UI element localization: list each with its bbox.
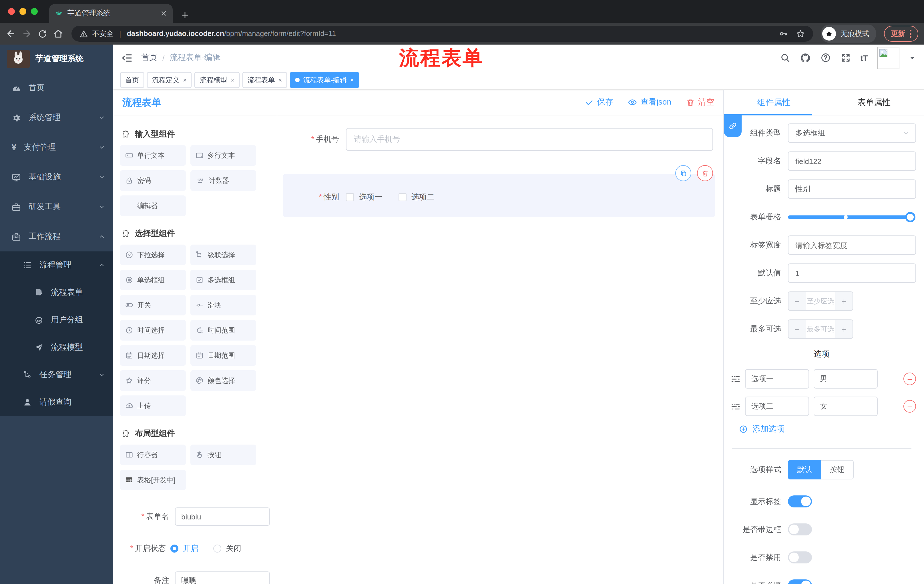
back-icon[interactable] (6, 29, 16, 39)
palette-item-switch[interactable]: 开关 (120, 295, 186, 316)
palette-item-color-picker[interactable]: 颜色选择 (190, 370, 256, 391)
selected-component-gender[interactable]: *性别 选项一 选项二 (283, 174, 715, 217)
font-size-icon[interactable]: tT (861, 53, 867, 63)
remove-option-button[interactable]: − (903, 373, 916, 385)
zoom-window-button[interactable] (31, 8, 38, 15)
palette-item-row-container[interactable]: 行容器 (120, 444, 186, 465)
style-default-button[interactable]: 默认 (788, 460, 821, 479)
sidebar-item-task-management[interactable]: 任务管理 (0, 361, 113, 388)
sidebar-item-home[interactable]: 首页 (0, 73, 113, 103)
palette-item-select[interactable]: 下拉选择 (120, 245, 186, 265)
search-icon[interactable] (780, 53, 790, 63)
palette-item-cascader[interactable]: 级联选择 (190, 245, 256, 265)
max-select-stepper[interactable]: − 最多可选 + (788, 319, 853, 339)
window-controls[interactable] (0, 0, 45, 23)
disabled-toggle[interactable] (788, 551, 812, 563)
label-width-input[interactable] (788, 235, 916, 255)
sidebar-item-user-group[interactable]: 用户分组 (0, 306, 113, 334)
tab-form-props[interactable]: 表单属性 (824, 90, 924, 115)
tab-component-props[interactable]: 组件属性 (724, 90, 824, 115)
field-phone[interactable]: *手机号 请输入手机号 (283, 128, 715, 151)
sidebar-item-process-model[interactable]: 流程模型 (0, 334, 113, 361)
tag-close-icon[interactable]: × (183, 77, 187, 84)
gender-option-2[interactable]: 选项二 (398, 192, 434, 202)
tag-process-form-edit[interactable]: 流程表单-编辑 × (290, 72, 359, 88)
help-icon[interactable] (820, 53, 831, 63)
default-value-input[interactable] (788, 263, 916, 283)
palette-item-date-picker[interactable]: 日期选择 (120, 345, 186, 366)
sidebar-item-leave-query[interactable]: 请假查询 (0, 388, 113, 416)
stepper-minus-button[interactable]: − (789, 292, 806, 310)
browser-menu-dots-icon[interactable] (910, 30, 911, 38)
sidebar-item-infrastructure[interactable]: 基础设施 (0, 162, 113, 192)
palette-item-multi-line-text[interactable]: 多行文本 (190, 145, 256, 166)
form-name-input[interactable] (175, 507, 270, 526)
link-tab[interactable] (724, 115, 742, 137)
copy-component-button[interactable] (675, 165, 691, 181)
breadcrumb-home[interactable]: 首页 (141, 53, 157, 63)
minimize-window-button[interactable] (20, 8, 26, 15)
phone-input[interactable]: 请输入手机号 (346, 128, 713, 151)
new-tab-button[interactable] (181, 11, 189, 20)
forward-icon[interactable] (22, 29, 32, 39)
radio-on[interactable] (170, 545, 178, 553)
palette-item-slider[interactable]: 滑块 (190, 295, 256, 316)
stepper-plus-button[interactable]: + (835, 292, 853, 310)
palette-item-editor[interactable]: 编辑器 (120, 196, 186, 216)
option-name-input[interactable] (745, 369, 809, 388)
delete-component-button[interactable] (697, 165, 713, 181)
drag-handle-icon[interactable] (731, 401, 741, 411)
save-button[interactable]: 保存 (585, 97, 613, 107)
gender-option-1[interactable]: 选项一 (346, 192, 382, 202)
option-name-input[interactable] (745, 396, 809, 416)
url-path[interactable]: /bpm/manager/form/edit?formId=11 (224, 30, 336, 38)
sidebar-item-workflow[interactable]: 工作流程 (0, 222, 113, 252)
form-canvas[interactable]: *手机号 请输入手机号 (277, 115, 723, 584)
component-type-select[interactable]: 多选框组 (788, 123, 916, 143)
sidebar-item-payment[interactable]: ¥ 支付管理 (0, 133, 113, 162)
palette-item-time-picker[interactable]: 时间选择 (120, 320, 186, 341)
palette-item-upload[interactable]: 上传 (120, 395, 186, 416)
palette-item-counter[interactable]: 123 计数器 (190, 170, 256, 191)
tag-process-model[interactable]: 流程模型 × (195, 72, 239, 88)
fullscreen-icon[interactable] (840, 53, 851, 63)
slider-handle[interactable] (905, 212, 916, 222)
drag-handle-icon[interactable] (731, 374, 741, 384)
reload-icon[interactable] (38, 29, 48, 39)
update-browser-button[interactable]: 更新 (884, 26, 918, 42)
title-input[interactable] (788, 179, 916, 199)
with-border-toggle[interactable] (788, 523, 812, 535)
palette-item-password[interactable]: 密码 (120, 170, 186, 191)
palette-item-rate[interactable]: 评分 (120, 370, 186, 391)
clear-button[interactable]: 清空 (686, 97, 714, 107)
remark-textarea[interactable]: 嘿嘿 (175, 571, 270, 584)
address-bar[interactable]: 不安全 | dashboard.yudao.iocoder.cn/bpm/man… (71, 26, 813, 42)
stepper-plus-button[interactable]: + (835, 320, 853, 338)
view-json-button[interactable]: 查看json (628, 97, 671, 107)
required-toggle[interactable] (788, 579, 812, 584)
grid-slider[interactable] (788, 207, 916, 227)
option-value-input[interactable] (813, 396, 878, 416)
tag-home[interactable]: 首页 (120, 72, 144, 88)
browser-tab[interactable]: 芋道管理系统 (49, 4, 173, 23)
palette-item-radio-group[interactable]: 单选框组 (120, 270, 186, 290)
security-label[interactable]: 不安全 (92, 29, 114, 39)
show-label-toggle[interactable] (788, 495, 812, 507)
radio-off[interactable] (213, 545, 221, 553)
field-name-input[interactable] (788, 151, 916, 171)
radio-off-label[interactable]: 关闭 (226, 543, 241, 554)
sidebar-item-process-management[interactable]: 流程管理 (0, 252, 113, 279)
tag-close-icon[interactable]: × (231, 77, 234, 84)
style-button-button[interactable]: 按钮 (821, 460, 854, 479)
min-select-stepper[interactable]: − 至少应选 + (788, 291, 853, 311)
remove-option-button[interactable]: − (903, 400, 916, 413)
sidebar-item-process-form[interactable]: 流程表单 (0, 279, 113, 306)
stepper-minus-button[interactable]: − (789, 320, 806, 338)
tag-process-form[interactable]: 流程表单 × (243, 72, 287, 88)
warning-icon[interactable] (79, 30, 88, 38)
palette-item-time-range[interactable]: 时间范围 (190, 320, 256, 341)
palette-item-date-range[interactable]: 日期范围 (190, 345, 256, 366)
github-icon[interactable] (800, 52, 811, 63)
tag-close-icon[interactable]: × (350, 77, 354, 84)
avatar-caret-icon[interactable] (909, 54, 916, 61)
